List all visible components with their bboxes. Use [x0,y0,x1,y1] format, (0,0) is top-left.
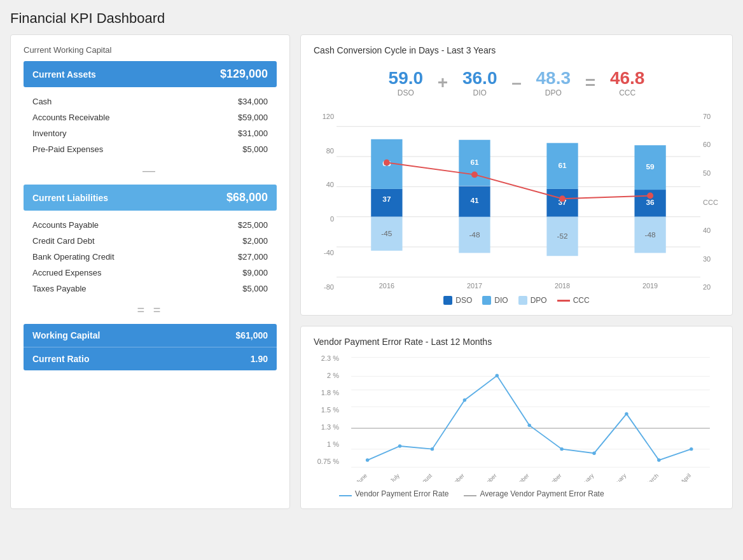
equals-separator: = = [24,303,277,318]
current-ratio-label: Current Ratio [32,354,89,364]
svg-text:-45: -45 [381,229,392,238]
svg-point-50 [496,374,499,377]
liabilities-label: Current Liabilities [32,193,108,203]
item-value: $34,000 [238,97,268,106]
line-item: Bank Operating Credit $27,000 [26,249,274,265]
dio-legend-label: DIO [494,296,508,305]
svg-text:59: 59 [646,162,655,171]
dso-box: 59.0 DSO [380,68,431,97]
y-axis-right: 70 60 50 CCC 40 30 20 [700,113,719,291]
item-value: $59,000 [238,113,268,122]
legend-dio: DIO [482,296,508,305]
svg-text:2018 July: 2018 July [378,472,401,482]
assets-label: Current Assets [32,69,96,80]
svg-text:2018: 2018 [555,282,570,290]
svg-text:2019 January: 2019 January [566,472,595,482]
vendor-chart-svg: 2018 June 2018 July 2018 August 2018 Sep… [342,354,719,482]
y-axis-left: 120 80 40 0 -40 -80 [314,113,337,291]
dso-label: DSO [380,88,431,97]
dio-legend-color [482,296,491,305]
minus-op: – [511,73,522,93]
ccc-box: 46.8 CCC [602,68,653,97]
ccc-legend-line [557,300,570,302]
legend-dpo: DPO [518,296,547,305]
ccc-value: 46.8 [602,68,653,88]
right-panel: Cash Conversion Cycle in Days - Last 3 Y… [300,34,733,509]
bar-chart-container: 120 80 40 0 -40 -80 .grid-line { strok [314,113,719,291]
svg-text:2017: 2017 [467,282,482,290]
svg-text:2018 June: 2018 June [345,472,368,482]
liabilities-line-items: Accounts Payable $25,000 Credit Card Deb… [26,217,274,297]
svg-text:36: 36 [646,198,655,207]
svg-text:2019 April: 2019 April [670,472,693,482]
dpo-legend-label: DPO [531,296,547,305]
item-name: Taxes Payable [32,284,87,293]
minus-separator: — [24,164,277,178]
svg-text:-48: -48 [469,230,480,239]
assets-header: Current Assets $129,000 [24,61,277,87]
vendor-line-color [339,495,352,496]
item-name: Bank Operating Credit [32,252,115,262]
vendor-chart-area: 2018 June 2018 July 2018 August 2018 Sep… [342,354,719,484]
svg-point-34 [384,160,390,166]
svg-point-54 [625,412,628,416]
liabilities-header: Current Liabilities $68,000 [24,185,277,211]
vendor-line-label: Vendor Payment Error Rate [355,489,448,498]
item-value: $31,000 [238,129,268,138]
item-name: Cash [32,97,52,106]
line-item: Inventory $31,000 [26,125,274,141]
vendor-legend: Vendor Payment Error Rate Average Vendor… [314,489,719,498]
bar-chart-legend: DSO DIO DPO CCC [314,296,719,305]
line-item: Taxes Payable $5,000 [26,281,274,297]
dio-value: 36.0 [454,68,505,88]
liabilities-value: $68,000 [226,191,268,204]
line-item: Accounts Receivable $59,000 [26,109,274,125]
item-name: Accounts Receivable [32,113,109,122]
svg-text:-48: -48 [645,230,656,239]
item-name: Inventory [32,129,66,138]
main-grid: Current Working Capital Current Assets $… [10,34,733,509]
dio-box: 36.0 DIO [454,68,505,97]
avg-line-legend: Average Vendor Payment Error Rate [464,489,604,498]
item-name: Accounts Payable [32,220,99,230]
svg-text:2019 March: 2019 March [634,472,660,482]
vendor-chart-card: Vendor Payment Error Rate - Last 12 Mont… [300,326,733,509]
left-panel: Current Working Capital Current Assets $… [10,34,290,509]
dpo-value: 48.3 [528,68,579,88]
item-name: Credit Card Debt [32,236,95,246]
item-name: Pre-Paid Expenses [32,144,103,154]
svg-text:2018 December: 2018 December [529,472,563,482]
avg-line-label: Average Vendor Payment Error Rate [480,489,604,498]
svg-text:61: 61 [470,158,479,167]
svg-point-47 [398,444,401,447]
svg-text:2018 August: 2018 August [406,472,433,482]
line-item: Accounts Payable $25,000 [26,217,274,233]
assets-value: $129,000 [220,67,268,81]
svg-text:37: 37 [382,195,391,204]
svg-point-35 [471,171,478,178]
svg-text:2019 February: 2019 February [596,472,627,482]
ccc-label: CCC [602,88,653,97]
current-ratio-row: Current Ratio 1.90 [24,347,277,370]
svg-point-37 [647,193,653,199]
svg-text:-52: -52 [557,232,567,241]
item-value: $5,000 [242,284,268,293]
ccc-chart-title: Cash Conversion Cycle in Days - Last 3 Y… [314,45,719,55]
item-value: $25,000 [238,220,268,230]
svg-point-36 [559,195,566,202]
dashboard-title: Financial KPI Dashboard [10,10,733,27]
dio-label: DIO [454,88,505,97]
ccc-chart-card: Cash Conversion Cycle in Days - Last 3 Y… [300,34,733,316]
dpo-box: 48.3 DPO [528,68,579,97]
svg-point-49 [463,398,466,402]
item-value: $2,000 [242,236,268,246]
dso-value: 59.0 [380,68,431,88]
svg-text:41: 41 [470,196,479,205]
working-capital-value: $61,000 [235,330,268,340]
ccc-summary: 59.0 DSO + 36.0 DIO – 48.3 DPO = 46.8 CC… [314,63,719,102]
svg-text:2018 November: 2018 November [497,472,531,482]
item-value: $9,000 [242,268,268,277]
svg-point-55 [657,458,660,461]
assets-line-items: Cash $34,000 Accounts Receivable $59,000… [26,94,274,157]
dso-legend-label: DSO [455,296,472,305]
